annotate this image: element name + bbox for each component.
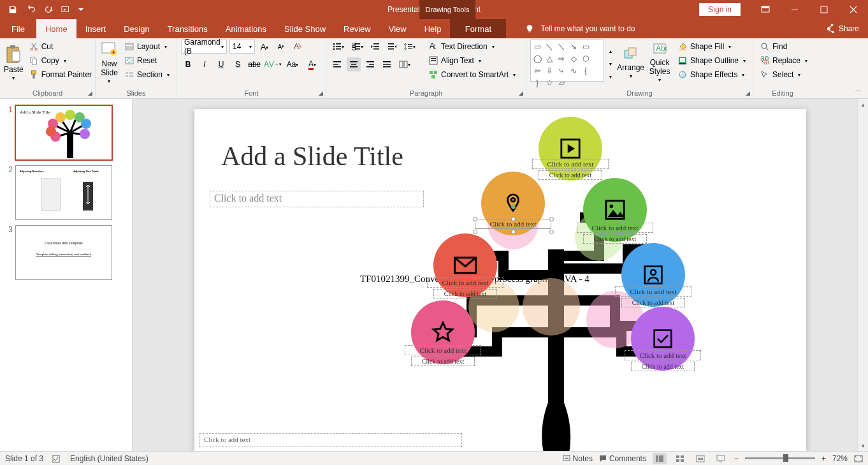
increase-indent-icon[interactable] [385, 40, 399, 54]
circle-mail[interactable] [433, 233, 497, 297]
slide-thumbnails-panel[interactable]: 1 Add a Slide Title 2 Adjusting Branches… [0, 99, 133, 451]
tab-transitions[interactable]: Transitions [159, 19, 217, 38]
fit-to-window-icon[interactable] [854, 455, 863, 462]
scroll-down-icon[interactable]: ▾ [858, 440, 868, 451]
font-launcher-icon[interactable]: ◢ [317, 89, 324, 97]
columns-icon[interactable]: ▾ [396, 57, 413, 71]
strikethrough-icon[interactable]: abc [247, 57, 261, 71]
shape-lbrace-icon[interactable]: { [581, 66, 591, 76]
slide-canvas[interactable]: Add a Slide Title Click to add text Clic… [194, 109, 806, 451]
section-button[interactable]: Section▾ [122, 68, 173, 82]
shape-line2-icon[interactable]: ＼ [556, 41, 567, 52]
circle-user-text2[interactable]: Click to add text [621, 298, 685, 307]
shape-darrow-icon[interactable]: ⇩ [544, 66, 554, 76]
align-center-icon[interactable] [347, 57, 361, 71]
text-direction-button[interactable]: AText Direction▾ [426, 40, 519, 54]
shape-star-icon[interactable]: ☆ [544, 78, 554, 88]
tell-me-search[interactable]: Tell me what you want to do [525, 19, 635, 38]
shape-outline-button[interactable]: Shape Outline▾ [675, 54, 749, 68]
collapse-ribbon-icon[interactable]: ︿ [855, 85, 864, 94]
convert-smartart-button[interactable]: Convert to SmartArt▾ [426, 68, 519, 82]
font-color-icon[interactable]: A▾ [303, 57, 321, 71]
zoom-out-icon[interactable]: − [734, 454, 739, 463]
shape-hexagon-icon[interactable]: ⬡ [581, 54, 591, 64]
shape-line-icon[interactable]: ＼ [544, 41, 554, 52]
sel-handle-ne[interactable] [549, 217, 554, 221]
line-spacing-icon[interactable]: ▾ [401, 40, 418, 54]
slide-editor[interactable]: Add a Slide Title Click to add text Clic… [133, 99, 868, 451]
tab-view[interactable]: View [380, 19, 416, 38]
find-button[interactable]: Find [757, 40, 811, 54]
tab-home[interactable]: Home [36, 19, 76, 38]
language-indicator[interactable]: English (United States) [70, 454, 148, 463]
scroll-up-icon[interactable]: ▴ [858, 99, 868, 110]
char-spacing-icon[interactable]: AV↔▾ [264, 57, 282, 71]
circle-image-text2[interactable]: Click to add text [583, 234, 647, 244]
italic-icon[interactable]: I [198, 57, 212, 71]
sel-handle-s[interactable] [511, 230, 516, 234]
align-right-icon[interactable] [363, 57, 377, 71]
paragraph-launcher-icon[interactable]: ◢ [517, 89, 524, 97]
vertical-scrollbar[interactable]: ▴ ▾ [857, 99, 868, 451]
circle-play-text1[interactable]: Click to add text [532, 159, 609, 169]
shape-rbrace-icon[interactable]: } [532, 78, 542, 88]
shape-effects-button[interactable]: Shape Effects▾ [675, 68, 749, 82]
clipboard-launcher-icon[interactable]: ◢ [86, 89, 94, 97]
thumb-preview-1[interactable]: Add a Slide Title [15, 105, 112, 160]
shape-diamond-icon[interactable]: ◇ [568, 54, 579, 64]
shape-textbox-icon[interactable]: ▭ [532, 41, 542, 52]
slide-title-placeholder[interactable]: Add a Slide Title [221, 141, 403, 172]
circle-check-text1[interactable]: Click to add text [625, 350, 701, 360]
sel-handle-sw[interactable] [473, 230, 477, 234]
copy-button[interactable]: Copy▾ [26, 54, 95, 68]
circle-mail-text2[interactable]: Click to add text [433, 289, 497, 299]
format-painter-button[interactable]: Format Painter [26, 68, 95, 82]
underline-icon[interactable]: U [214, 57, 228, 71]
minimize-icon[interactable] [780, 0, 809, 19]
spellcheck-icon[interactable] [52, 454, 61, 463]
font-size-combo[interactable]: 14▾ [229, 40, 255, 54]
tab-file[interactable]: File [0, 19, 36, 38]
circle-mail-text1[interactable]: Click to add text [427, 277, 503, 288]
shape-callout-icon[interactable]: ▱ [556, 78, 567, 88]
share-button[interactable]: Share [817, 19, 868, 38]
clear-formatting-icon[interactable]: A [291, 40, 305, 54]
cut-button[interactable]: Cut [26, 40, 95, 54]
tab-animations[interactable]: Animations [217, 19, 275, 38]
change-case-icon[interactable]: Aa▾ [284, 57, 301, 71]
thumbnail-3[interactable]: 3 Customize this Template Template editi… [0, 223, 132, 283]
shape-curve-icon[interactable]: ∿ [568, 66, 579, 76]
decrease-font-icon[interactable]: A▾ [274, 40, 288, 54]
notes-button[interactable]: Notes [563, 454, 593, 463]
slide-sorter-icon[interactable] [673, 453, 687, 464]
quick-styles-button[interactable]: Abc Quick Styles▾ [647, 40, 672, 85]
align-text-button[interactable]: Align Text▾ [426, 54, 519, 68]
zoom-slider[interactable] [745, 457, 815, 459]
sel-rotate-handle[interactable] [511, 205, 516, 209]
new-slide-button[interactable]: New Slide ▾ [99, 40, 119, 85]
shape-oval-icon[interactable]: ◯ [532, 54, 542, 64]
shape-rect-icon[interactable]: ▭ [581, 41, 591, 52]
sel-handle-n[interactable] [511, 217, 516, 221]
align-left-icon[interactable] [330, 57, 344, 71]
circle-play-text2[interactable]: Click to add text [539, 170, 602, 180]
tab-review[interactable]: Review [335, 19, 380, 38]
tab-design[interactable]: Design [115, 19, 158, 38]
shape-larrow-icon[interactable]: ⇦ [532, 66, 542, 76]
tab-slideshow[interactable]: Slide Show [275, 19, 335, 38]
shape-connector-icon[interactable]: ⤷ [556, 66, 567, 76]
scroll-track[interactable] [858, 110, 868, 440]
layout-button[interactable]: Layout▾ [122, 40, 173, 54]
zoom-in-icon[interactable]: + [821, 454, 826, 463]
gallery-down-icon[interactable]: ▾ [607, 58, 614, 70]
thumb-preview-3[interactable]: Customize this Template Template editing… [15, 225, 112, 280]
circle-star-text2[interactable]: Click to add text [411, 357, 475, 366]
numbering-icon[interactable]: 123▾ [349, 40, 366, 54]
decrease-indent-icon[interactable] [368, 40, 382, 54]
slide-indicator[interactable]: Slide 1 of 3 [5, 454, 43, 463]
sel-handle-nw[interactable] [473, 217, 477, 221]
bold-icon[interactable]: B [181, 57, 195, 71]
font-name-combo[interactable]: Garamond (B▾ [181, 40, 227, 54]
tab-help[interactable]: Help [416, 19, 451, 38]
redo-icon[interactable] [41, 2, 56, 17]
